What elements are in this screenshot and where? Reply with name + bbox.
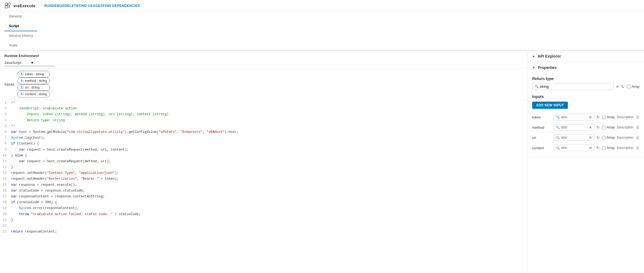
- text-token: .error(responseContent);: [31, 206, 79, 210]
- line-number: 7: [0, 135, 11, 141]
- input-badge[interactable]: ↻content : string: [17, 91, 50, 97]
- array-checkbox[interactable]: [627, 85, 630, 88]
- keyword-token: if: [11, 142, 17, 146]
- svg-rect-1: [8, 3, 10, 5]
- code-editor[interactable]: 1/*2 JavaScript: vraExecute action3 Inpu…: [0, 100, 527, 273]
- nav-item-delete[interactable]: DELETE: [65, 3, 78, 9]
- table-row: 5*/: [0, 123, 527, 129]
- clear-type-icon[interactable]: ✕: [589, 146, 592, 150]
- delete-input-icon[interactable]: 🗑: [636, 125, 640, 130]
- input-type-field[interactable]: [561, 146, 588, 150]
- input-type-field[interactable]: [561, 136, 588, 140]
- table-row: 6var host = System.getModule("com.virtua…: [0, 129, 527, 135]
- line-content: Inputs: token (string), method (string),…: [11, 112, 527, 117]
- text-token: ,: [75, 171, 79, 175]
- string-token: "vraExecute action failed, status code: …: [31, 212, 113, 216]
- line-content: var responseContent = response.contentAs…: [11, 194, 527, 199]
- line-content: var request = host.createRequest(method,…: [11, 159, 527, 164]
- delete-input-icon[interactable]: 🗑: [636, 135, 640, 140]
- text-token: (statusCode > 399) {: [17, 200, 57, 204]
- nav-item-run[interactable]: RUN: [44, 3, 52, 9]
- tab-general[interactable]: General: [4, 11, 37, 22]
- text-token: }: [11, 218, 13, 222]
- text-token: + token);: [99, 177, 119, 181]
- input-type-box[interactable]: 🔍 ✕: [554, 124, 594, 131]
- input-array-checkbox-label[interactable]: Array: [602, 146, 615, 150]
- api-explorer-header[interactable]: ► API Explorer: [528, 51, 644, 62]
- description-label[interactable]: Description: [617, 125, 633, 129]
- text-token: ).host;: [225, 130, 238, 134]
- input-array-checkbox[interactable]: [602, 146, 606, 150]
- table-row: 10} else {: [0, 153, 527, 159]
- runtime-select[interactable]: JavaScript ▼: [4, 60, 54, 66]
- array-checkbox-label[interactable]: Array: [627, 85, 640, 89]
- input-badge[interactable]: ↻method : string: [17, 78, 50, 84]
- comment-token: */: [11, 124, 15, 128]
- input-type-field[interactable]: [561, 115, 588, 119]
- input-array-checkbox[interactable]: [602, 126, 606, 129]
- clear-type-icon[interactable]: ✕: [589, 115, 592, 119]
- return-type-search-box[interactable]: 🔍: [532, 83, 614, 90]
- chevron-right-icon: ►: [532, 54, 535, 58]
- nav-item-find-dependencies[interactable]: FIND DEPENDENCIES: [103, 3, 140, 9]
- description-label[interactable]: Description: [617, 136, 633, 140]
- api-explorer-label: API Explorer: [538, 54, 561, 58]
- line-number: 10: [0, 153, 11, 158]
- text-token: ,: [177, 130, 181, 134]
- input-array-checkbox-label[interactable]: Array: [602, 125, 615, 129]
- table-row: 9 var request = host.createRequest(metho…: [0, 147, 527, 153]
- return-type-input[interactable]: [540, 84, 611, 89]
- input-badge[interactable]: ↻token : string: [17, 71, 50, 78]
- input-array-checkbox-label[interactable]: Array: [602, 136, 615, 140]
- tab-audit[interactable]: Audit: [4, 40, 37, 51]
- refresh-type-icon[interactable]: ↻: [596, 146, 600, 150]
- list-item: method 🔍 ✕ ↻ Array Description 🗑: [532, 122, 640, 133]
- line-number: 12: [0, 165, 11, 170]
- input-param-name: content: [532, 146, 552, 150]
- table-row: 14request.setHeader("Authorization", "Be…: [0, 176, 527, 182]
- chevron-down-icon: ▼: [30, 61, 54, 65]
- text-token: {: [23, 154, 27, 158]
- properties-header[interactable]: ▼ Properties: [528, 62, 644, 73]
- line-content: throw "vraExecute action failed, status …: [11, 212, 527, 217]
- nav-item-debug[interactable]: DEBUG: [52, 3, 65, 9]
- input-array-checkbox-label[interactable]: Array: [602, 115, 615, 119]
- line-number: 15: [0, 182, 11, 188]
- inputs-row: Inputs: ↻token : string↻method : string↻…: [0, 69, 527, 100]
- table-row: 19 System.error(responseContent);: [0, 205, 527, 211]
- clear-type-icon[interactable]: ✕: [589, 135, 592, 140]
- refresh-icon[interactable]: ↻: [621, 84, 625, 89]
- refresh-type-icon[interactable]: ↻: [596, 115, 600, 119]
- table-row: 16var statusCode = response.statusCode;: [0, 188, 527, 194]
- delete-input-icon[interactable]: 🗑: [636, 146, 640, 150]
- refresh-type-icon[interactable]: ↻: [596, 125, 600, 130]
- line-number: 11: [0, 159, 11, 164]
- input-type-field[interactable]: [561, 125, 588, 129]
- input-badge[interactable]: ↻uri : string: [17, 84, 50, 91]
- table-row: 4 Return type: string: [0, 118, 527, 123]
- app-logo: vraExecute: [4, 2, 35, 9]
- right-panel: ► API Explorer ▼ Properties Return type: [528, 51, 644, 273]
- line-number: 14: [0, 176, 11, 182]
- inputs-section-label: Inputs: [532, 94, 640, 99]
- clear-type-icon[interactable]: ✕: [589, 125, 592, 130]
- input-array-checkbox[interactable]: [602, 115, 606, 119]
- input-type-box[interactable]: 🔍 ✕: [554, 114, 594, 120]
- input-type-box[interactable]: 🔍 ✕: [554, 134, 594, 141]
- input-type-box[interactable]: 🔍 ✕: [554, 145, 594, 151]
- refresh-type-icon[interactable]: ↻: [596, 135, 600, 140]
- delete-input-icon[interactable]: 🗑: [636, 115, 640, 119]
- tab-script[interactable]: Script: [4, 21, 37, 31]
- input-array-checkbox[interactable]: [602, 136, 606, 140]
- add-new-input-button[interactable]: ADD NEW INPUT: [532, 102, 568, 109]
- nav-item-find-usages[interactable]: FIND USAGES: [79, 3, 103, 9]
- line-content: var statusCode = response.statusCode;: [11, 188, 527, 194]
- text-token: [11, 159, 19, 163]
- description-label[interactable]: Description: [617, 115, 633, 119]
- text-token: request.setHeader(: [11, 171, 47, 175]
- line-number: 2: [0, 106, 11, 111]
- app-root: vraExecute RUNDEBUGDELETEFIND USAGESFIND…: [0, 0, 644, 273]
- clear-icon[interactable]: ✕: [616, 84, 619, 89]
- description-label[interactable]: Description: [617, 146, 633, 150]
- tab-version-history[interactable]: Version History: [4, 31, 37, 41]
